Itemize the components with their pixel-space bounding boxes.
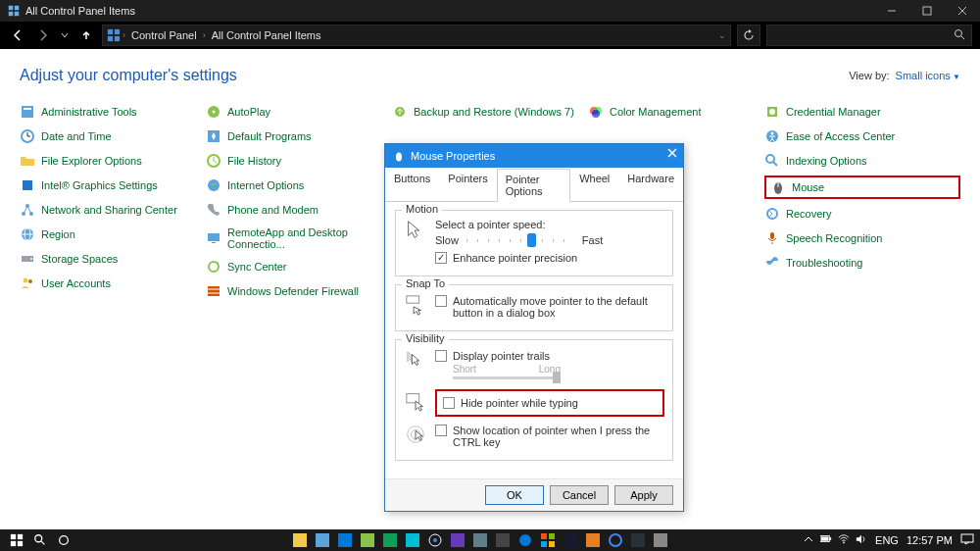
svg-rect-70 [293, 533, 307, 547]
taskbar-app-icon[interactable] [313, 532, 332, 548]
apply-button[interactable]: Apply [614, 485, 673, 505]
chevron-right-icon[interactable]: › [203, 30, 206, 40]
tab-buttons[interactable]: Buttons [385, 168, 439, 201]
svg-rect-2 [9, 12, 14, 17]
cp-item-indexing-options[interactable]: Indexing Options [764, 151, 960, 171]
taskbar-app-icon[interactable] [493, 532, 513, 548]
drive-icon [20, 251, 35, 267]
tab-pointer-options[interactable]: Pointer Options [497, 169, 570, 202]
taskbar-app-icon[interactable] [358, 532, 377, 548]
cancel-button[interactable]: Cancel [550, 485, 609, 505]
cp-item-troubleshooting[interactable]: Troubleshooting [764, 253, 960, 273]
clock-icon [20, 128, 35, 144]
taskbar-app-icon[interactable] [425, 532, 445, 548]
cortana-button[interactable] [53, 529, 74, 551]
cp-item-file-history[interactable]: File History [206, 151, 392, 171]
refresh-button[interactable] [737, 25, 760, 46]
taskbar-app-icon[interactable] [290, 532, 310, 548]
vault-icon [764, 104, 780, 120]
cp-item-defender-firewall[interactable]: Windows Defender Firewall [206, 281, 392, 301]
tray-overflow-icon[interactable] [803, 533, 814, 547]
pointer-trails-checkbox[interactable]: Display pointer trails [435, 350, 664, 362]
window-controls [874, 0, 980, 22]
taskbar-app-icon[interactable] [470, 532, 490, 548]
cp-item-backup-restore[interactable]: Backup and Restore (Windows 7) [392, 102, 588, 122]
forward-button[interactable] [33, 25, 53, 45]
cp-item-recovery[interactable]: Recovery [764, 204, 960, 224]
system-tray[interactable] [803, 533, 867, 547]
taskbar-language[interactable]: ENG [875, 534, 899, 546]
checkbox-icon [435, 295, 447, 307]
maximize-button[interactable] [909, 0, 945, 22]
breadcrumb-item[interactable]: Control Panel [127, 29, 201, 41]
svg-point-56 [396, 153, 402, 162]
cp-item-date-time[interactable]: Date and Time [20, 126, 206, 146]
cp-item-phone-modem[interactable]: Phone and Modem [206, 200, 392, 220]
slider-thumb[interactable] [527, 233, 536, 247]
ctrl-locate-checkbox[interactable]: Show location of pointer when I press th… [435, 425, 664, 448]
cp-item-network-sharing[interactable]: Network and Sharing Center [20, 200, 206, 220]
taskbar-app-icon[interactable] [335, 532, 355, 548]
volume-icon[interactable] [856, 533, 867, 547]
cp-item-ease-of-access[interactable]: Ease of Access Center [764, 126, 960, 146]
cp-item-storage-spaces[interactable]: Storage Spaces [20, 249, 206, 269]
taskbar-app-icon[interactable] [561, 532, 580, 548]
taskbar-app-icon[interactable] [380, 532, 400, 548]
cp-item-sync-center[interactable]: Sync Center [206, 257, 392, 276]
wifi-icon[interactable] [838, 533, 850, 547]
search-button[interactable] [29, 529, 51, 551]
pointer-speed-slider[interactable] [466, 239, 574, 242]
up-button[interactable] [76, 25, 96, 45]
dialog-close-button[interactable] [667, 148, 677, 160]
cp-item-remoteapp[interactable]: RemoteApp and Desktop Connectio... [206, 225, 392, 252]
cp-item-user-accounts[interactable]: User Accounts [20, 274, 206, 293]
taskbar-app-icon[interactable] [651, 532, 670, 548]
tab-hardware[interactable]: Hardware [618, 168, 683, 201]
ok-button[interactable]: OK [485, 485, 544, 505]
chevron-right-icon[interactable]: › [122, 30, 125, 40]
cp-item-administrative-tools[interactable]: Administrative Tools [20, 102, 206, 122]
chevron-down-icon[interactable]: ⌄ [718, 30, 726, 40]
snapto-checkbox[interactable]: Automatically move pointer to the defaul… [435, 295, 664, 319]
cp-item-mouse[interactable]: Mouse [764, 175, 960, 199]
breadcrumb-item[interactable]: All Control Panel Items [208, 29, 325, 41]
tab-wheel[interactable]: Wheel [570, 168, 618, 201]
taskbar-app-icon[interactable] [583, 532, 603, 548]
svg-rect-86 [564, 533, 577, 547]
cp-item-default-programs[interactable]: Default Programs [206, 126, 392, 146]
search-icon [954, 28, 965, 42]
svg-rect-36 [212, 242, 216, 243]
cp-item-region[interactable]: Region [20, 225, 206, 244]
start-button[interactable] [6, 529, 27, 551]
dialog-titlebar[interactable]: Mouse Properties [385, 144, 683, 168]
back-button[interactable] [8, 25, 27, 45]
cp-item-file-explorer-options[interactable]: File Explorer Options [20, 151, 206, 171]
tab-pointers[interactable]: Pointers [439, 168, 496, 201]
cp-item-color-management[interactable]: Color Management [588, 102, 764, 122]
cp-item-label: Recovery [786, 208, 831, 220]
action-center-icon[interactable] [960, 533, 974, 547]
taskbar-clock[interactable]: 12:57 PM [906, 534, 953, 546]
cp-item-internet-options[interactable]: Internet Options [206, 175, 392, 195]
taskbar-app-icon[interactable] [628, 532, 648, 548]
ctrl-locate-icon [404, 423, 427, 446]
cp-item-credential-manager[interactable]: Credential Manager [764, 102, 960, 122]
search-input[interactable] [766, 25, 972, 46]
checkbox-label: Display pointer trails [453, 350, 550, 362]
cp-item-autoplay[interactable]: AutoPlay [206, 102, 392, 122]
enhance-precision-checkbox[interactable]: Enhance pointer precision [435, 252, 664, 264]
minimize-button[interactable] [874, 0, 909, 22]
breadcrumb[interactable]: › Control Panel › All Control Panel Item… [102, 25, 731, 46]
cp-item-intel-graphics[interactable]: Intel® Graphics Settings [20, 175, 206, 195]
taskbar-app-icon[interactable] [448, 532, 467, 548]
hide-pointer-checkbox[interactable]: Hide pointer while typing [443, 397, 657, 409]
cp-item-speech-recognition[interactable]: Speech Recognition [764, 228, 960, 248]
taskbar-app-icon[interactable] [403, 532, 422, 548]
taskbar-app-icon[interactable] [538, 532, 558, 548]
view-by-dropdown[interactable]: Small icons [896, 70, 960, 81]
taskbar-app-icon[interactable] [606, 532, 625, 548]
recent-dropdown[interactable] [59, 25, 71, 45]
close-button[interactable] [945, 0, 980, 22]
battery-icon[interactable] [820, 533, 832, 547]
taskbar-app-icon[interactable] [515, 532, 535, 548]
